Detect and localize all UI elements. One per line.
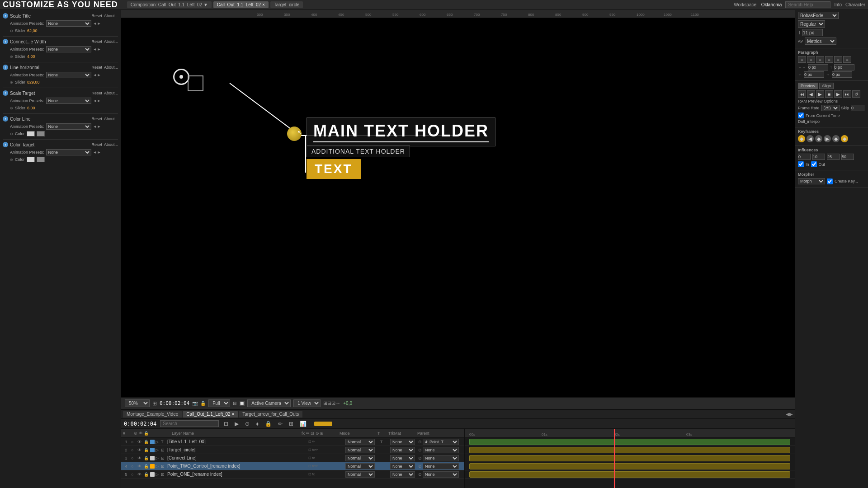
framerate-select[interactable]: (25) 24 30 (821, 105, 840, 111)
anim-select-1[interactable]: None (46, 20, 91, 27)
layer-mode-3[interactable]: Normal (345, 455, 379, 461)
align-center-btn[interactable]: ≡ (807, 56, 815, 63)
skip-input[interactable] (851, 105, 864, 111)
mode-select-3[interactable]: Normal (345, 455, 375, 461)
inf-input-50[interactable] (841, 154, 854, 160)
parent-select-1[interactable]: 4: Point_T... (423, 439, 459, 445)
target-box[interactable] (188, 75, 203, 91)
layer-expand-5[interactable]: ▷ (156, 472, 160, 477)
prop-reset-color-target[interactable]: Reset (91, 142, 102, 147)
font-style-select[interactable]: Regular (798, 20, 825, 28)
mode-select-5[interactable]: Normal (345, 471, 375, 478)
tl-btn-graph[interactable]: 📊 (298, 420, 308, 427)
prop-about-scale-target[interactable]: About... (104, 91, 118, 95)
inf-input-0[interactable] (798, 154, 811, 160)
prop-about-connect[interactable]: About... (104, 39, 118, 44)
kf-btn-2[interactable]: ◀ (807, 135, 814, 142)
tl-playhead[interactable] (614, 429, 615, 488)
layer-eye-1[interactable]: 👁 (137, 440, 143, 444)
timeline-collapse-btn[interactable]: ◀▶ (786, 412, 793, 417)
color-swatch-target[interactable] (27, 157, 35, 162)
layer-eye-2[interactable]: 👁 (137, 448, 143, 452)
tl-btn-grid[interactable]: ⊞ (288, 420, 295, 427)
ram-preview-label[interactable]: RAM Preview Options (798, 99, 865, 103)
mode-select-2[interactable]: Normal (345, 447, 375, 453)
align-justify-btn[interactable]: ≡ (825, 56, 833, 63)
inf-input-10[interactable] (812, 154, 825, 160)
table-row[interactable]: 2 ○ 👁 🔒 ▷ ⊡ [Target_circle] ⊡ fx ✏ (121, 446, 464, 454)
tl-btn-pen[interactable]: ✏ (277, 420, 284, 427)
layer-parent-5[interactable]: ⊙ None (418, 471, 463, 478)
layer-trimat-1[interactable]: None (390, 439, 417, 445)
out-checkbox[interactable] (811, 161, 817, 167)
tl-btn-marker[interactable]: ♦ (255, 420, 260, 427)
spacing-input-1[interactable] (808, 64, 828, 70)
kern-select[interactable]: Metrics (805, 38, 836, 45)
quality-select[interactable]: Full Half (208, 399, 230, 407)
color-swatch-target2[interactable] (37, 157, 45, 162)
tl-search[interactable] (160, 420, 219, 427)
pb-next-frame[interactable]: ▶ (834, 90, 842, 98)
prop-reset-connect[interactable]: Reset (91, 39, 102, 44)
prop-reset-scale-target[interactable]: Reset (91, 91, 102, 95)
mode-select-1[interactable]: Normal (345, 439, 375, 445)
prop-about-color-target[interactable]: About... (104, 142, 118, 147)
parent-select-3[interactable]: None (423, 455, 459, 461)
zoom-select[interactable]: 50% 100% (125, 399, 150, 407)
from-current-checkbox[interactable] (798, 113, 804, 118)
table-row[interactable]: 1 ○ 👁 🔒 ▷ T [Title v1.1_Left_00] ⊡ ✏ (121, 438, 464, 446)
layer-trimat-5[interactable]: None (390, 471, 417, 478)
prop-about-scale-title[interactable]: About... (104, 14, 118, 18)
kf-btn-3[interactable]: ◆ (815, 135, 822, 142)
slider-value-3[interactable]: 829,00 (27, 80, 45, 84)
table-row[interactable]: 3 ○ 👁 🔒 ▷ ⊡ [Connect Line] ⊡ fx (121, 454, 464, 462)
table-row[interactable]: 5 ○ 👁 🔒 ▷ ⊡ Point_ONE_[rename index] ⊡ f… (121, 470, 464, 479)
layer-solo-4[interactable]: ○ (131, 464, 137, 469)
slider-value-2[interactable]: 4,00 (27, 54, 45, 59)
trimat-select-5[interactable]: None (390, 471, 415, 478)
tl-btn-select[interactable]: ⊡ (222, 420, 230, 427)
pb-skip-start[interactable]: ⏮ (798, 90, 806, 98)
layer-lock-1[interactable]: 🔒 (144, 440, 149, 444)
tab-target-circle[interactable]: Target_circle (270, 1, 303, 8)
timeline-tab-target-arrow[interactable]: Target_arrow_for_Call_Outs (239, 411, 302, 418)
align-justify-last-btn[interactable]: ≡ (834, 56, 842, 63)
layer-solo-3[interactable]: ○ (131, 456, 137, 460)
layer-parent-1[interactable]: ⊙ 4: Point_T... (418, 439, 463, 445)
parent-select-2[interactable]: None (423, 447, 459, 453)
search-input[interactable] (785, 1, 830, 8)
inf-input-25[interactable] (827, 154, 840, 160)
layer-mode-4[interactable]: Normal (345, 463, 379, 469)
tl-btn-lock[interactable]: 🔒 (264, 420, 273, 427)
timeline-tab-montage[interactable]: Montage_Example_Video (123, 411, 182, 418)
pb-play[interactable]: ▶ (816, 90, 824, 98)
trimat-select-2[interactable]: None (390, 447, 415, 453)
parent-select-5[interactable]: None (423, 471, 459, 478)
trimat-select-4[interactable]: None (390, 463, 415, 469)
kf-btn-1[interactable]: ◆ (798, 135, 805, 142)
layer-parent-3[interactable]: ⊙ None (418, 455, 463, 461)
layer-trimat-4[interactable]: None (390, 463, 417, 469)
create-key-checkbox[interactable] (827, 178, 833, 184)
kf-btn-5[interactable]: ◆ (832, 135, 840, 142)
spacing-input-3[interactable] (804, 71, 824, 78)
prop-reset-color-line[interactable]: Reset (91, 117, 102, 121)
preview-tab[interactable]: Preview (798, 83, 818, 89)
color-swatch-line[interactable] (27, 131, 35, 136)
tl-btn-solo[interactable]: ⊙ (244, 420, 251, 427)
kf-btn-6[interactable]: ◆ (841, 135, 848, 142)
mode-select-4[interactable]: Normal (345, 463, 375, 469)
layer-trimat-3[interactable]: None (390, 455, 417, 461)
anim-select-6[interactable]: None (46, 149, 91, 155)
layer-lock-2[interactable]: 🔒 (144, 448, 149, 452)
layer-expand-3[interactable]: ▷ (156, 456, 160, 460)
tab-composition1[interactable]: Composition: Call_Out_1.1_Left_02 ▼ (127, 1, 212, 8)
layer-solo-2[interactable]: ○ (131, 448, 137, 452)
pb-prev-frame[interactable]: ◀ (807, 90, 815, 98)
font-select[interactable]: BobasFode (798, 12, 839, 19)
tab-composition2[interactable]: Call_Out_1.1_Left_02 × (213, 1, 269, 8)
layer-mode-1[interactable]: Normal (345, 439, 379, 445)
layer-lock-5[interactable]: 🔒 (144, 472, 149, 477)
spacing-input-4[interactable] (832, 71, 852, 78)
layer-expand-4[interactable]: ▷ (156, 464, 160, 469)
